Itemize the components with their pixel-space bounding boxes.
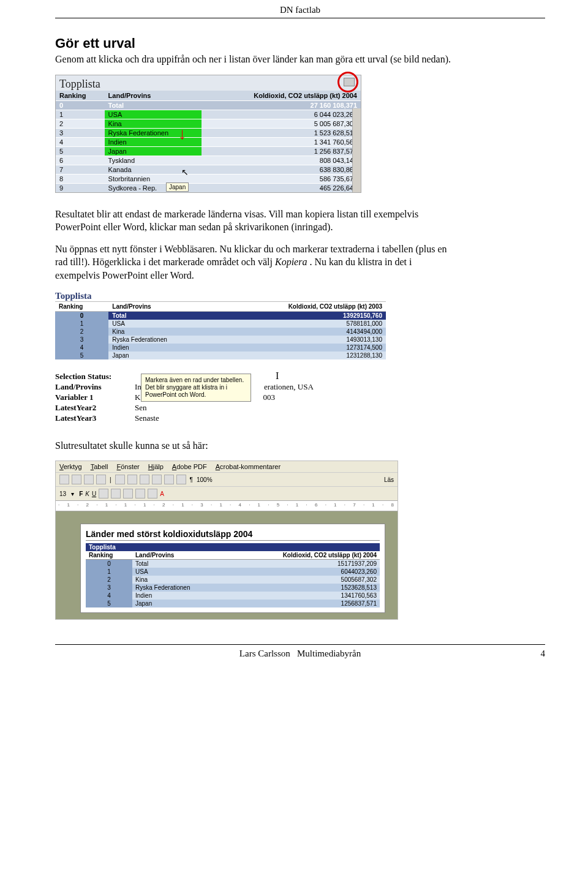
toolbar-button[interactable]: [176, 475, 186, 484]
red-arrow-annotation: ↓: [178, 124, 186, 143]
menu-item[interactable]: Verktyg: [59, 463, 82, 470]
word-ruler[interactable]: · 1 · 2 · 1 · 1 · 1 · 2 · 1 · 3 · 1 · 4 …: [56, 500, 398, 511]
menu-item[interactable]: Hjälp: [148, 463, 164, 470]
toolbar-button[interactable]: [135, 489, 145, 498]
final-result-paragraph: Slutresultatet skulle kunna se ut så här…: [55, 439, 453, 453]
table-row[interactable]: 4Indien1273174,500: [55, 344, 386, 352]
table-row[interactable]: 4Indien1 341 760,563: [56, 137, 361, 146]
toolbar-button[interactable]: [115, 475, 125, 484]
toolbar-button[interactable]: [111, 489, 121, 498]
col-ranking-3: Ranking: [86, 551, 132, 560]
result-paragraph: Resultatet blir att endast de markerade …: [55, 208, 453, 234]
col-ranking-2: Ranking: [55, 301, 108, 311]
panel-title: Topplista: [59, 78, 100, 90]
table-row[interactable]: 0Total13929150,760: [55, 311, 386, 320]
col-co2-3: Koldioxid, CO2 utsläpp (kt) 2004: [226, 551, 380, 560]
col-land-3: Land/Provins: [132, 551, 226, 560]
table-row[interactable]: 2Kina4143494,000: [55, 328, 386, 336]
table-row: 3Ryska Federationen1523628,513: [86, 584, 380, 592]
toolbar-button[interactable]: [152, 475, 162, 484]
menu-item[interactable]: Fönster: [116, 463, 139, 470]
doc-heading: Länder med störst koldioxidutsläpp 2004: [86, 529, 380, 541]
screenshot-word-result: VerktygTabellFönsterHjälpAdobe PDFAcroba…: [55, 461, 398, 620]
scrollbar[interactable]: [352, 108, 361, 192]
panel-title-2: Topplista: [55, 291, 91, 301]
col-co2[interactable]: Koldioxid, CO2 utsläpp (kt) 2004: [202, 91, 361, 101]
word-menubar: VerktygTabellFönsterHjälpAdobe PDFAcroba…: [56, 461, 398, 472]
page-header: DN factlab: [55, 0, 545, 18]
col-land[interactable]: Land/Provins: [105, 91, 202, 101]
table-topplista-1: Ranking Land/Provins Koldioxid, CO2 utsl…: [56, 91, 361, 192]
toolbar-button[interactable]: [84, 475, 94, 484]
text-cursor-icon: I: [276, 370, 279, 382]
toolbar-button[interactable]: [148, 489, 157, 498]
bold-button[interactable]: F: [79, 491, 83, 497]
toolbar-button[interactable]: [59, 475, 69, 484]
copy-instructions-paragraph: Nu öppnas ett nytt fönster i Webbläsaren…: [55, 243, 453, 282]
yellow-tip-annotation: Markera även en rad under tabellen. Det …: [141, 374, 251, 402]
menu-item[interactable]: Adobe PDF: [172, 463, 207, 470]
table-row[interactable]: 3Ryska Federationen1493013,130: [55, 336, 386, 344]
toolbar-button[interactable]: [99, 489, 108, 498]
status-row: LatestYear3Senaste: [55, 413, 386, 423]
toolbar-button[interactable]: [96, 475, 106, 484]
hover-tooltip: Japan: [166, 182, 189, 192]
section-heading: Gör ett urval: [55, 36, 545, 51]
menu-item[interactable]: Acrobat-kommentarer: [216, 463, 281, 470]
word-toolbar-2: 13 ▾ F K U A: [56, 486, 398, 500]
table-row[interactable]: 9Sydkorea - Rep.465 226,641: [56, 183, 361, 192]
toolbar-button[interactable]: [72, 475, 81, 484]
table-row[interactable]: 3Ryska Federationen1 523 628,513: [56, 128, 361, 137]
underline-button[interactable]: U: [92, 491, 96, 497]
italic-button[interactable]: K: [85, 491, 89, 497]
table-row: 1USA6044023,260: [86, 568, 380, 576]
screenshot-browser-selection: Topplista Ranking Land/Provins Koldioxid…: [55, 291, 386, 423]
table-row: 2Kina5005687,302: [86, 576, 380, 584]
footer-org: Multimediabyrån: [297, 649, 361, 659]
table-row: 4Indien1341760,563: [86, 592, 380, 600]
mouse-cursor-icon: ↖: [181, 167, 189, 177]
table-row[interactable]: 5Japan1231288,130: [55, 352, 386, 359]
header-title: DN factlab: [280, 5, 320, 15]
word-document-area: Länder med störst koldioxidutsläpp 2004 …: [56, 511, 398, 619]
table-row: 5Japan1256837,571: [86, 600, 380, 607]
word-toolbar-1: | ¶ 100% Läs: [56, 472, 398, 486]
col-land-2: Land/Provins: [108, 301, 214, 311]
table-topplista-2: Ranking Land/Provins Koldioxid, CO2 utsl…: [55, 301, 386, 359]
table-row[interactable]: 8Storbritannien586 735,677: [56, 174, 361, 183]
menu-item[interactable]: Tabell: [91, 463, 108, 470]
toolbar-button[interactable]: [140, 475, 149, 484]
col-ranking[interactable]: Ranking: [56, 91, 105, 101]
table3-title: Topplista: [86, 543, 380, 551]
screenshot-topplista-selection: Topplista Ranking Land/Provins Koldioxid…: [55, 75, 361, 193]
word-page: Länder med störst koldioxidutsläpp 2004 …: [80, 524, 385, 613]
table-row[interactable]: 7Kanada638 830,863: [56, 165, 361, 174]
col-co2-2: Koldioxid, CO2 utsläpp (kt) 2003: [214, 301, 386, 311]
intro-paragraph: Genom att klicka och dra uppifrån och ne…: [55, 53, 453, 66]
toolbar-button[interactable]: [164, 475, 174, 484]
table-row[interactable]: 1USA6 044 023,260: [56, 110, 361, 119]
page-footer: Lars Carlsson Multimediabyrån 4: [55, 645, 545, 663]
table-row: 0Total15171937,209: [86, 560, 380, 568]
table-row[interactable]: 0Total27 160 108,371: [56, 100, 361, 110]
printer-icon[interactable]: [344, 78, 355, 86]
footer-author: Lars Carlsson: [239, 649, 290, 659]
zoom-value[interactable]: 100%: [197, 476, 213, 483]
status-row: LatestYear2Sen: [55, 403, 386, 413]
toolbar-button[interactable]: [127, 475, 137, 484]
toolbar-button[interactable]: [123, 489, 133, 498]
header-rule: [55, 18, 545, 18]
table-topplista-3: Topplista Ranking Land/Provins Koldioxid…: [86, 543, 380, 607]
table-row[interactable]: 2Kina5 005 687,302: [56, 119, 361, 128]
panel-titlebar: Topplista: [56, 75, 361, 91]
table-row[interactable]: 1USA5788181,000: [55, 320, 386, 328]
font-size-value[interactable]: 13: [59, 491, 66, 497]
table-row[interactable]: 5Japan1 256 837,571: [56, 146, 361, 156]
read-button[interactable]: Läs: [384, 476, 394, 483]
page-number: 4: [541, 649, 546, 659]
table-row[interactable]: 6Tyskland808 043,148: [56, 156, 361, 165]
